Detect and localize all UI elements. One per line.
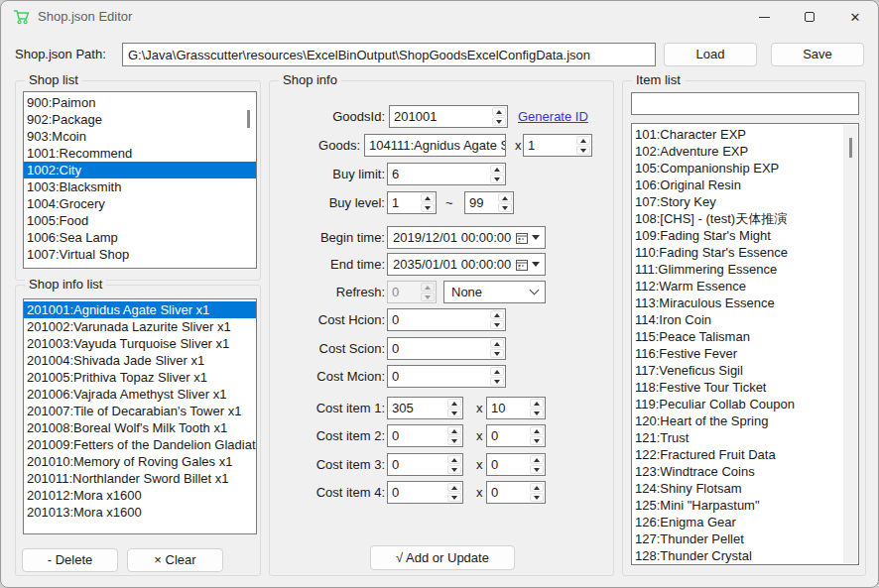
begin-time-picker[interactable]: 2019/12/01 00:00:00 (387, 226, 546, 249)
spin-down-icon[interactable] (490, 349, 504, 358)
list-item[interactable]: 201001:Agnidus Agate Sliver x1 (24, 301, 256, 318)
cost-item-count-spinner[interactable]: 0 (486, 481, 546, 504)
list-item[interactable]: 1006:Sea Lamp (24, 229, 256, 246)
spin-up-icon[interactable] (576, 136, 590, 145)
spin-down-icon[interactable] (447, 465, 461, 474)
cost-scion-spinner[interactable]: 0 (387, 337, 506, 360)
generate-id-link[interactable]: Generate ID (518, 105, 588, 128)
list-item[interactable]: 125:Mini "Harpastum" (632, 497, 858, 514)
list-item[interactable]: 115:Peace Talisman (632, 328, 858, 345)
list-item[interactable]: 201004:Shivada Jade Sliver x1 (24, 352, 256, 369)
end-time-picker[interactable]: 2035/01/01 00:00:00 (387, 253, 546, 276)
list-item[interactable]: 201010:Memory of Roving Gales x1 (24, 453, 256, 470)
path-input[interactable] (122, 43, 656, 66)
spin-down-icon[interactable] (530, 493, 544, 502)
dropdown-arrow-icon[interactable] (532, 235, 540, 240)
add-or-update-button[interactable]: √ Add or Update (370, 545, 515, 570)
spin-up-icon[interactable] (530, 455, 544, 464)
goods-count-spinner[interactable]: 1 (523, 134, 592, 157)
spin-up-icon[interactable] (530, 483, 544, 492)
maximize-button[interactable] (787, 1, 832, 33)
list-item[interactable]: 106:Original Resin (632, 176, 858, 193)
spin-up-icon[interactable] (447, 426, 461, 435)
list-item[interactable]: 107:Story Key (632, 193, 858, 210)
spin-down-icon[interactable] (490, 320, 504, 329)
spin-down-icon[interactable] (530, 436, 544, 445)
list-item[interactable]: 201009:Fetters of the Dandelion Gladiato… (24, 436, 256, 453)
clear-button[interactable]: × Clear (127, 548, 223, 572)
list-item[interactable]: 1007:Virtual Shop (24, 246, 256, 263)
spin-down-icon[interactable] (530, 465, 544, 474)
scrollbar-thumb[interactable] (247, 110, 250, 128)
close-button[interactable]: ✕ (832, 1, 878, 33)
list-item[interactable]: 900:Paimon (24, 94, 256, 111)
list-item[interactable]: 113:Miraculous Essence (632, 294, 858, 311)
spin-down-icon[interactable] (490, 175, 504, 183)
list-item[interactable]: 1001:Recommend (24, 145, 256, 162)
load-button[interactable]: Load (664, 43, 757, 66)
list-item[interactable]: 126:Enigma Gear (632, 514, 858, 530)
spin-up-icon[interactable] (490, 310, 504, 319)
spin-down-icon[interactable] (490, 377, 504, 386)
item-listbox[interactable]: 101:Character EXP102:Adventure EXP105:Co… (631, 123, 859, 565)
spin-down-icon[interactable] (530, 409, 544, 417)
spin-up-icon[interactable] (490, 339, 504, 348)
spin-up-icon[interactable] (492, 107, 506, 116)
list-item[interactable]: 201011:Northlander Sword Billet x1 (24, 470, 256, 487)
list-item[interactable]: 116:Festive Fever (632, 345, 858, 362)
list-item[interactable]: 121:Trust (632, 429, 858, 446)
spin-down-icon[interactable] (447, 436, 461, 445)
scrollbar-thumb[interactable] (849, 138, 852, 158)
shop-info-listbox[interactable]: 201001:Agnidus Agate Sliver x1201002:Var… (23, 298, 257, 534)
list-item[interactable]: 120:Heart of the Spring (632, 412, 858, 429)
cost-item-id-spinner[interactable]: 0 (387, 453, 463, 476)
spin-up-icon[interactable] (447, 483, 461, 492)
spin-up-icon[interactable] (421, 193, 435, 202)
list-item[interactable]: 111:Glimmering Essence (632, 261, 858, 278)
list-item[interactable]: 1003:Blacksmith (24, 178, 256, 195)
delete-button[interactable]: - Delete (22, 548, 118, 572)
list-item[interactable]: 201005:Prithiva Topaz Sliver x1 (24, 369, 256, 386)
spin-down-icon[interactable] (498, 203, 512, 212)
list-item[interactable]: 102:Adventure EXP (632, 143, 858, 160)
list-item[interactable]: 112:Warm Essence (632, 278, 858, 294)
list-item[interactable]: 124:Shiny Flotsam (632, 480, 858, 497)
list-item[interactable]: 128:Thunder Crystal (632, 547, 858, 564)
spin-down-icon[interactable] (421, 203, 435, 212)
list-item[interactable]: 903:Mcoin (24, 128, 256, 145)
list-item[interactable]: 114:Iron Coin (632, 311, 858, 328)
buy-limit-spinner[interactable]: 6 (387, 163, 506, 185)
item-search-input[interactable] (631, 92, 859, 115)
spin-down-icon[interactable] (576, 146, 590, 155)
list-item[interactable]: 117:Veneficus Sigil (632, 362, 858, 379)
goods-id-spinner[interactable]: 201001 (389, 105, 508, 128)
list-item[interactable]: 201006:Vajrada Amethyst Sliver x1 (24, 386, 256, 403)
cost-item-id-spinner[interactable]: 0 (387, 481, 463, 504)
cost-hcion-spinner[interactable]: 0 (387, 308, 506, 331)
list-item[interactable]: 1004:Grocery (24, 195, 256, 212)
refresh-mode-combo[interactable]: None (443, 281, 546, 303)
list-item[interactable]: 108:[CHS] - (test)天体推演 (632, 210, 858, 227)
list-item[interactable]: 109:Fading Star's Might (632, 227, 858, 244)
cost-item-count-spinner[interactable]: 0 (486, 424, 546, 447)
list-item[interactable]: 122:Fractured Fruit Data (632, 446, 858, 463)
cost-item-count-spinner[interactable]: 0 (486, 453, 546, 476)
spin-down-icon[interactable] (492, 117, 506, 126)
minimize-button[interactable] (741, 1, 787, 33)
spin-up-icon[interactable] (530, 399, 544, 408)
list-item[interactable]: 1005:Food (24, 212, 256, 229)
spin-up-icon[interactable] (490, 165, 504, 174)
list-item[interactable]: 105:Companionship EXP (632, 160, 858, 176)
cost-item-id-spinner[interactable]: 305 (387, 397, 463, 419)
spin-up-icon[interactable] (530, 426, 544, 435)
spin-up-icon[interactable] (498, 193, 512, 202)
title-bar[interactable]: Shop.json Editor ✕ (1, 1, 878, 33)
spin-up-icon[interactable] (447, 455, 461, 464)
list-item[interactable]: 110:Fading Star's Essence (632, 244, 858, 261)
list-item[interactable]: 201012:Mora x1600 (24, 487, 256, 504)
list-item[interactable]: 127:Thunder Pellet (632, 530, 858, 547)
save-button[interactable]: Save (771, 43, 864, 66)
buy-level-max-spinner[interactable]: 99 (464, 191, 514, 214)
list-item[interactable]: 201007:Tile of Decarabian's Tower x1 (24, 403, 256, 419)
list-item[interactable]: 123:Windtrace Coins (632, 463, 858, 480)
